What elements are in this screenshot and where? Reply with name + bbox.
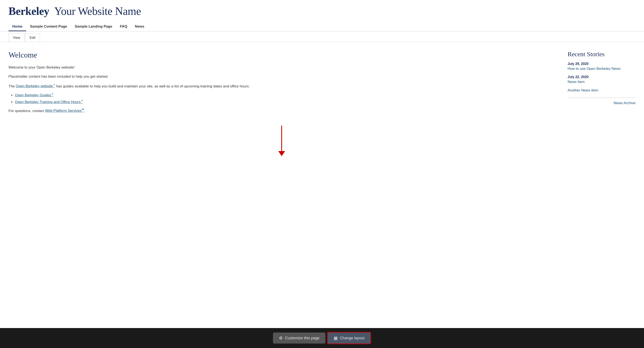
nav-item-home[interactable]: Home xyxy=(8,22,26,31)
site-header: Berkeley Your Website Name xyxy=(0,0,644,22)
nav-item-sample-content[interactable]: Sample Content Page xyxy=(26,22,71,31)
open-berkeley-link[interactable]: Open Berkeley website↗ xyxy=(16,84,55,88)
recent-stories-heading: Recent Stories xyxy=(568,50,636,58)
story-3-link[interactable]: Another News Item xyxy=(568,88,636,92)
nav-item-faq[interactable]: FAQ xyxy=(116,22,131,31)
site-title: Berkeley Your Website Name xyxy=(8,5,636,17)
training-ext-icon: ↗ xyxy=(81,99,83,102)
content-left: Welcome Welcome to your Open Berkeley we… xyxy=(8,50,555,315)
guides-ext-icon: ↗ xyxy=(51,92,54,96)
customize-label: Customize this page xyxy=(285,336,320,340)
arrow-head xyxy=(278,151,285,156)
main-content: Welcome Welcome to your Open Berkeley we… xyxy=(0,42,644,328)
guides-link[interactable]: Open Berkeley Guides↗ xyxy=(15,93,54,97)
nav-link-faq[interactable]: FAQ xyxy=(116,22,131,31)
story-2: July 22, 2020 News Item xyxy=(568,75,636,84)
external-link-icon: ↗ xyxy=(53,84,55,86)
contact-before: For questions, contact xyxy=(8,109,45,113)
change-layout-button[interactable]: ▦ Change layout xyxy=(327,332,371,344)
nav-link-home[interactable]: Home xyxy=(8,22,26,31)
story-3: Another News Item xyxy=(568,88,636,92)
nav-link-sample-content[interactable]: Sample Content Page xyxy=(26,22,71,31)
bottom-toolbar: ⚙ Customize this page ▦ Change layout xyxy=(0,328,644,348)
view-edit-tabs: View Edit xyxy=(0,32,644,42)
customize-button[interactable]: ⚙ Customize this page xyxy=(273,332,326,344)
change-layout-label: Change layout xyxy=(340,336,364,340)
archive-divider xyxy=(568,98,636,98)
welcome-para3: The Open Berkeley website↗ has guides av… xyxy=(8,83,555,89)
main-nav: Home Sample Content Page Sample Landing … xyxy=(0,22,644,32)
customize-icon: ⚙ xyxy=(279,336,283,340)
tab-edit[interactable]: Edit xyxy=(25,34,40,42)
red-arrow xyxy=(278,126,285,156)
story-1: July 29, 2020 How to use Open Berkeley N… xyxy=(568,62,636,71)
training-link[interactable]: Open Berkeley Training and Office Hours↗ xyxy=(15,100,83,104)
nav-link-news[interactable]: News xyxy=(131,22,148,31)
news-archive-link[interactable]: News Archive xyxy=(568,101,636,105)
contact-after: . xyxy=(84,109,85,113)
links-list: Open Berkeley Guides↗ Open Berkeley Trai… xyxy=(15,92,555,104)
web-platform-link[interactable]: Web Platform Services✉ xyxy=(45,109,84,113)
story-2-link[interactable]: News Item xyxy=(568,80,636,84)
story-1-link[interactable]: How to use Open Berkeley News xyxy=(568,67,636,71)
nav-item-news[interactable]: News xyxy=(131,22,148,31)
training-link-text: Open Berkeley Training and Office Hours xyxy=(15,100,81,104)
site-title-part1: Berkeley xyxy=(8,5,49,17)
tab-view[interactable]: View xyxy=(8,34,24,42)
arrow-line xyxy=(281,126,282,151)
layout-icon: ▦ xyxy=(334,336,338,340)
list-item-training: Open Berkeley Training and Office Hours↗ xyxy=(15,99,555,104)
welcome-para1: Welcome to your Open Berkeley website! xyxy=(8,64,555,70)
guides-link-text: Open Berkeley Guides xyxy=(15,93,51,97)
content-right: Recent Stories July 29, 2020 How to use … xyxy=(568,50,636,315)
nav-item-sample-landing[interactable]: Sample Landing Page xyxy=(71,22,116,31)
contact-link-text: Web Platform Services xyxy=(45,109,82,113)
para3-link-text: Open Berkeley website xyxy=(16,84,53,88)
nav-link-sample-landing[interactable]: Sample Landing Page xyxy=(71,22,116,31)
story-1-date: July 29, 2020 xyxy=(568,62,636,66)
contact-para: For questions, contact Web Platform Serv… xyxy=(8,108,555,114)
email-icon: ✉ xyxy=(82,108,84,111)
welcome-heading: Welcome xyxy=(8,50,555,60)
list-item-guides: Open Berkeley Guides↗ xyxy=(15,92,555,98)
content-row: Welcome Welcome to your Open Berkeley we… xyxy=(0,42,644,328)
site-title-part2: Your Website Name xyxy=(54,5,141,17)
para3-before: The xyxy=(8,84,16,88)
para3-after: has guides available to help you build a… xyxy=(55,84,250,88)
welcome-para2: Placeholder content has been included to… xyxy=(8,74,555,79)
story-2-date: July 22, 2020 xyxy=(568,75,636,79)
content-area: Welcome Welcome to your Open Berkeley we… xyxy=(0,42,644,328)
